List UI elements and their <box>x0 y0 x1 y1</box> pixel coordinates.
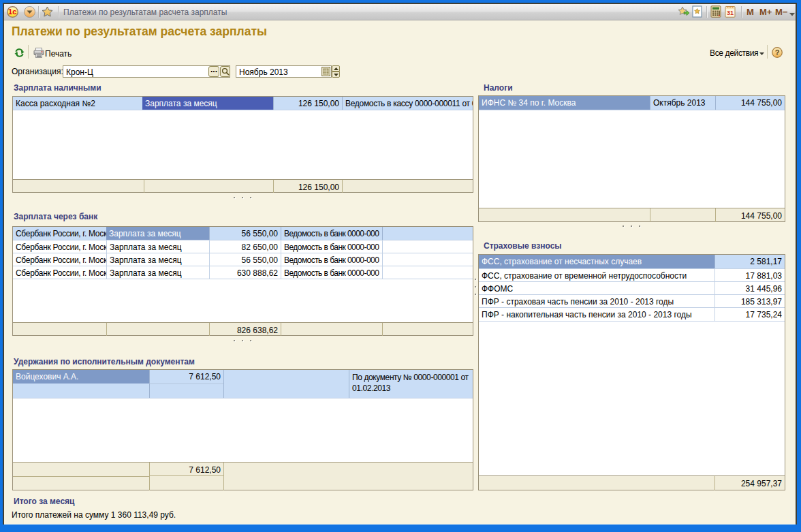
svg-text:31: 31 <box>727 10 734 16</box>
svg-text:?: ? <box>775 48 780 57</box>
svg-text:1с: 1с <box>8 7 16 16</box>
